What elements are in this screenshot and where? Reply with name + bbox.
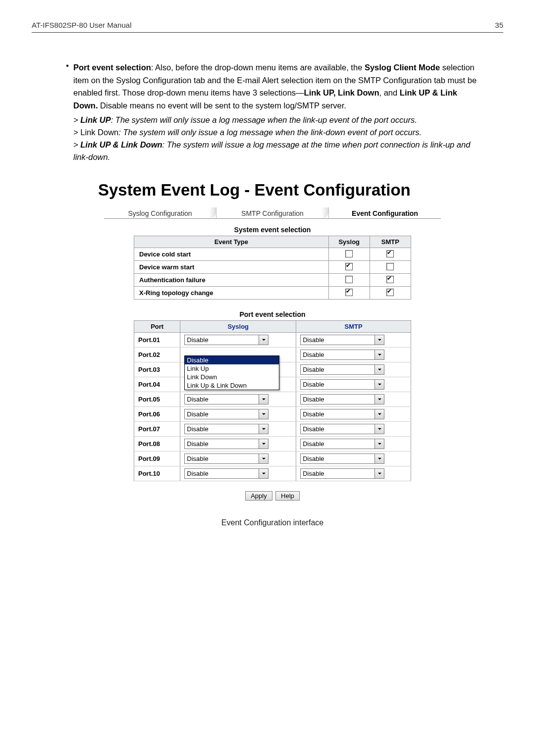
smtp-select[interactable]: Disable bbox=[300, 364, 384, 375]
syslog-checkbox[interactable] bbox=[345, 263, 353, 270]
port-title: Port event selection bbox=[61, 310, 483, 318]
sys-title: System event selection bbox=[61, 226, 483, 234]
smtp-select[interactable]: Disable bbox=[300, 335, 384, 345]
chevron-down-icon bbox=[374, 469, 384, 478]
config-tabs: Syslog Configuration SMTP Configuration … bbox=[104, 207, 441, 219]
port-name: Port.04 bbox=[134, 377, 180, 392]
chevron-down-icon bbox=[374, 350, 384, 359]
bullet-icon: • bbox=[61, 61, 73, 112]
th-port-syslog: Syslog bbox=[180, 321, 296, 333]
page-title: System Event Log - Event Configuration bbox=[98, 181, 483, 200]
port-name: Port.03 bbox=[134, 362, 180, 377]
tab-syslog[interactable]: Syslog Configuration bbox=[104, 207, 216, 218]
syslog-select[interactable]: Disable bbox=[184, 394, 268, 404]
chevron-down-icon bbox=[374, 395, 384, 404]
sys-event-table: Event Type Syslog SMTP Device cold start… bbox=[134, 236, 411, 300]
help-button[interactable]: Help bbox=[275, 491, 300, 501]
port-name: Port.06 bbox=[134, 407, 180, 422]
th-syslog: Syslog bbox=[328, 236, 370, 248]
chevron-down-icon bbox=[374, 439, 384, 449]
smtp-checkbox[interactable] bbox=[386, 250, 394, 257]
smtp-checkbox[interactable] bbox=[386, 276, 394, 283]
apply-button[interactable]: Apply bbox=[245, 491, 272, 501]
syslog-select[interactable]: Disable bbox=[184, 335, 268, 345]
port-name: Port.10 bbox=[134, 466, 180, 481]
syslog-checkbox[interactable] bbox=[345, 276, 353, 283]
dropdown-option[interactable]: Disable bbox=[185, 356, 279, 364]
doc-header-left: AT-IFS802SP-80 User Manual bbox=[32, 21, 131, 29]
figure-caption: Event Configuration interface bbox=[61, 518, 483, 527]
port-name: Port.09 bbox=[134, 452, 180, 466]
smtp-select[interactable]: Disable bbox=[300, 439, 384, 449]
th-event-type: Event Type bbox=[134, 236, 329, 248]
event-name: Authentication failure bbox=[134, 274, 329, 287]
smtp-select[interactable]: Disable bbox=[300, 468, 384, 479]
th-port-smtp: SMTP bbox=[296, 321, 411, 333]
dropdown-option[interactable]: Link Down bbox=[185, 373, 279, 381]
smtp-checkbox[interactable] bbox=[386, 263, 394, 270]
syslog-select[interactable]: Disable bbox=[184, 454, 268, 464]
para-main: Port event selection: Also, before the d… bbox=[73, 61, 483, 112]
chevron-down-icon bbox=[259, 395, 268, 404]
port-event-table: Port Syslog SMTP Port.01DisableDisablePo… bbox=[134, 320, 411, 481]
syslog-select[interactable]: Disable bbox=[184, 439, 268, 449]
port-name: Port.05 bbox=[134, 392, 180, 407]
smtp-select[interactable]: Disable bbox=[300, 424, 384, 434]
sub-linkup: > Link UP: The system will only issue a … bbox=[73, 114, 483, 126]
event-name: Device warm start bbox=[134, 261, 329, 274]
smtp-checkbox[interactable] bbox=[386, 289, 394, 296]
port-name: Port.08 bbox=[134, 437, 180, 452]
chevron-down-icon bbox=[259, 424, 268, 434]
chevron-down-icon bbox=[374, 365, 384, 374]
syslog-checkbox[interactable] bbox=[345, 250, 353, 257]
sub-linkupdown: > Link UP & Link Down: The system will i… bbox=[73, 139, 483, 163]
port-name: Port.02 bbox=[134, 348, 180, 362]
chevron-down-icon bbox=[259, 469, 268, 478]
chevron-down-icon bbox=[374, 335, 384, 345]
chevron-down-icon bbox=[374, 380, 384, 389]
syslog-select[interactable]: Disable bbox=[184, 424, 268, 434]
smtp-select[interactable]: Disable bbox=[300, 379, 384, 390]
sub-linkdown: > Link Down: The system will only issue … bbox=[73, 126, 483, 139]
syslog-select[interactable]: Disable bbox=[184, 409, 268, 419]
chevron-down-icon bbox=[374, 454, 384, 463]
chevron-down-icon bbox=[374, 424, 384, 434]
chevron-down-icon bbox=[259, 454, 268, 463]
chevron-down-icon bbox=[259, 335, 268, 345]
port-name: Port.01 bbox=[134, 333, 180, 348]
port-name: Port.07 bbox=[134, 422, 180, 437]
tab-event[interactable]: Event Configuration bbox=[329, 207, 441, 218]
th-port: Port bbox=[134, 321, 180, 333]
smtp-select[interactable]: Disable bbox=[300, 409, 384, 419]
th-smtp: SMTP bbox=[370, 236, 411, 248]
tab-smtp[interactable]: SMTP Configuration bbox=[216, 207, 329, 218]
smtp-select[interactable]: Disable bbox=[300, 454, 384, 464]
dropdown-option[interactable]: Link Up & Link Down bbox=[185, 381, 279, 390]
doc-header-right: 35 bbox=[495, 21, 503, 29]
event-name: X-Ring topology change bbox=[134, 287, 329, 300]
chevron-down-icon bbox=[259, 439, 268, 449]
smtp-select[interactable]: Disable bbox=[300, 394, 384, 404]
chevron-down-icon bbox=[259, 409, 268, 419]
syslog-checkbox[interactable] bbox=[345, 289, 353, 296]
event-name: Device cold start bbox=[134, 248, 329, 261]
dropdown-option[interactable]: Link Up bbox=[185, 364, 279, 373]
chevron-down-icon bbox=[374, 409, 384, 419]
syslog-select[interactable]: Disable bbox=[184, 468, 268, 479]
smtp-select[interactable]: Disable bbox=[300, 350, 384, 360]
